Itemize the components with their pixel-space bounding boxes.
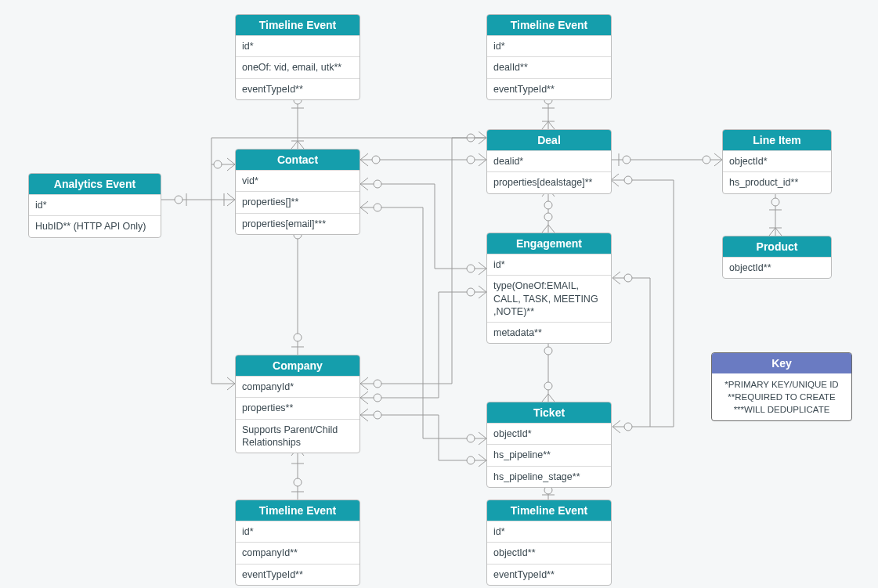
entity-header: Timeline Event bbox=[487, 500, 611, 521]
legend-line: ***WILL DEDUPLICATE bbox=[718, 403, 845, 416]
svg-point-2 bbox=[175, 196, 182, 204]
svg-point-7 bbox=[771, 198, 779, 206]
svg-point-15 bbox=[544, 213, 552, 221]
diagram-canvas: Timeline Event id* oneOf: vid, email, ut… bbox=[0, 0, 878, 588]
entity-field: dealid* bbox=[487, 150, 611, 171]
entity-timeline-event-company[interactable]: Timeline Event id* companyId** eventType… bbox=[235, 500, 360, 586]
entity-timeline-event-ticket[interactable]: Timeline Event id* objectId** eventTypeI… bbox=[486, 500, 612, 586]
entity-header: Timeline Event bbox=[487, 15, 611, 35]
entity-header: Line Item bbox=[723, 130, 831, 150]
entity-deal[interactable]: Deal dealid* properties[dealstage]** bbox=[486, 129, 612, 194]
entity-header: Ticket bbox=[487, 402, 611, 423]
svg-point-3 bbox=[372, 156, 380, 164]
entity-header: Deal bbox=[487, 130, 611, 150]
entity-field: id* bbox=[29, 194, 161, 215]
svg-point-5 bbox=[623, 156, 630, 164]
entity-engagement[interactable]: Engagement id* type(OneOf:EMAIL, CALL, T… bbox=[486, 233, 612, 344]
svg-point-11 bbox=[467, 265, 475, 272]
legend-body: *PRIMARY KEY/UNIQUE ID **REQUIRED TO CRE… bbox=[712, 373, 851, 420]
svg-point-13 bbox=[467, 435, 475, 442]
legend-header: Key bbox=[712, 353, 851, 373]
entity-header: Engagement bbox=[487, 233, 611, 254]
svg-point-10 bbox=[374, 180, 381, 188]
svg-point-24 bbox=[374, 411, 381, 419]
svg-point-19 bbox=[544, 382, 552, 390]
entity-timeline-event-contact[interactable]: Timeline Event id* oneOf: vid, email, ut… bbox=[235, 14, 360, 100]
entity-field: eventTypeId** bbox=[487, 78, 611, 99]
entity-field: type(OneOf:EMAIL, CALL, TASK, MEETING ,N… bbox=[487, 275, 611, 322]
entity-field: id* bbox=[487, 521, 611, 542]
entity-field: companyId** bbox=[236, 542, 360, 563]
entity-field: objectId* bbox=[723, 150, 831, 171]
entity-field: vid* bbox=[236, 170, 360, 191]
entity-field: objectId* bbox=[487, 423, 611, 444]
legend-line: **REQUIRED TO CREATE bbox=[718, 391, 845, 403]
svg-point-6 bbox=[703, 156, 710, 164]
legend-line: *PRIMARY KEY/UNIQUE ID bbox=[718, 378, 845, 391]
entity-field: companyId* bbox=[236, 376, 360, 397]
entity-field: id* bbox=[487, 254, 611, 275]
entity-header: Analytics Event bbox=[29, 174, 161, 194]
svg-point-26 bbox=[294, 478, 302, 486]
entity-timeline-event-deal[interactable]: Timeline Event id* dealId** eventTypeId*… bbox=[486, 14, 612, 100]
entity-header: Company bbox=[236, 355, 360, 376]
entity-contact[interactable]: Contact vid* properties[]** properties[e… bbox=[235, 149, 360, 235]
legend-key: Key *PRIMARY KEY/UNIQUE ID **REQUIRED TO… bbox=[711, 352, 852, 421]
svg-point-9 bbox=[294, 334, 302, 341]
entity-field: eventTypeId** bbox=[236, 78, 360, 99]
entity-field: properties[email]*** bbox=[236, 213, 360, 234]
svg-point-23 bbox=[467, 288, 475, 296]
entity-field: id* bbox=[236, 521, 360, 542]
entity-field: hs_product_id** bbox=[723, 171, 831, 193]
svg-point-14 bbox=[544, 201, 552, 209]
entity-header: Product bbox=[723, 236, 831, 257]
svg-point-17 bbox=[624, 423, 632, 431]
svg-point-21 bbox=[467, 134, 475, 142]
entity-field: properties[dealstage]** bbox=[487, 171, 611, 193]
entity-field: id* bbox=[236, 35, 360, 56]
entity-field: id* bbox=[487, 35, 611, 56]
entity-field: objectId** bbox=[723, 257, 831, 278]
entity-field: oneOf: vid, email, utk** bbox=[236, 56, 360, 78]
svg-point-18 bbox=[544, 347, 552, 355]
entity-header: Contact bbox=[236, 150, 360, 170]
svg-point-20 bbox=[374, 380, 381, 388]
entity-product[interactable]: Product objectId** bbox=[722, 236, 832, 279]
entity-company[interactable]: Company companyId* properties** Supports… bbox=[235, 355, 360, 453]
entity-field: hs_pipeline_stage** bbox=[487, 466, 611, 487]
entity-field: Supports Parent/Child Relationships bbox=[236, 419, 360, 453]
svg-point-25 bbox=[467, 456, 475, 464]
svg-point-22 bbox=[374, 394, 381, 402]
svg-point-28 bbox=[624, 274, 632, 282]
entity-analytics-event[interactable]: Analytics Event id* HubID** (HTTP API On… bbox=[28, 173, 161, 238]
connectors-layer bbox=[0, 0, 878, 588]
entity-line-item[interactable]: Line Item objectId* hs_product_id** bbox=[722, 129, 832, 194]
entity-field: eventTypeId** bbox=[236, 564, 360, 585]
entity-field: hs_pipeline** bbox=[487, 444, 611, 465]
entity-field: properties** bbox=[236, 397, 360, 418]
entity-field: dealId** bbox=[487, 56, 611, 78]
svg-point-4 bbox=[467, 156, 475, 164]
entity-field: eventTypeId** bbox=[487, 564, 611, 585]
entity-ticket[interactable]: Ticket objectId* hs_pipeline** hs_pipeli… bbox=[486, 402, 612, 488]
svg-point-29 bbox=[214, 161, 222, 168]
entity-field: HubID** (HTTP API Only) bbox=[29, 215, 161, 236]
entity-field: metadata** bbox=[487, 322, 611, 343]
entity-field: objectId** bbox=[487, 542, 611, 563]
entity-header: Timeline Event bbox=[236, 500, 360, 521]
svg-point-16 bbox=[624, 176, 632, 184]
entity-field: properties[]** bbox=[236, 191, 360, 212]
svg-point-12 bbox=[374, 204, 381, 211]
entity-header: Timeline Event bbox=[236, 15, 360, 35]
